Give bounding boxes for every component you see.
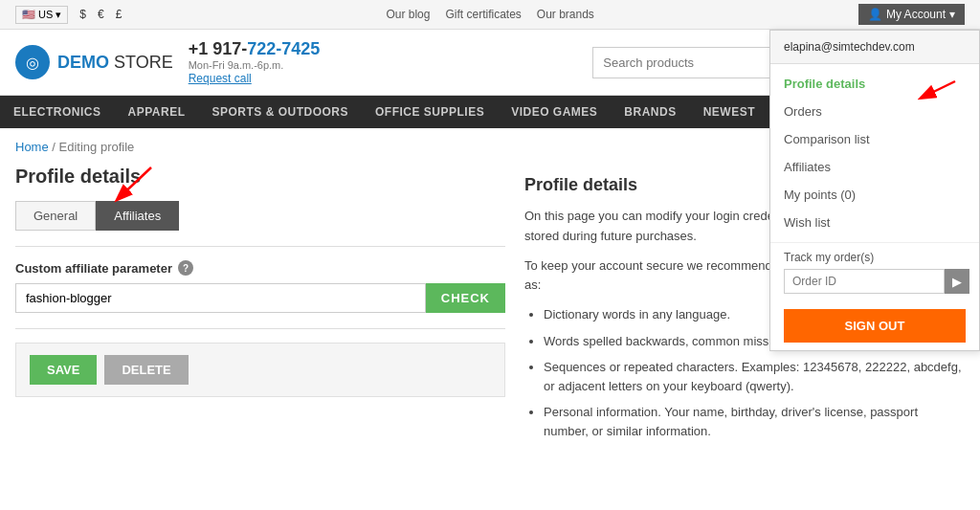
brands-link[interactable]: Our brands <box>537 8 594 21</box>
phone-number: +1 917-722-7425 <box>189 39 578 59</box>
user-icon: 👤 <box>868 8 882 21</box>
breadcrumb-separator: / <box>52 140 56 154</box>
breadcrumb-home[interactable]: Home <box>15 140 49 154</box>
my-account-label: My Account <box>886 8 946 21</box>
dropdown-profile-details[interactable]: Profile details <box>770 70 979 98</box>
section-label-text: Custom affiliate parameter <box>15 261 172 276</box>
check-button[interactable]: CHECK <box>426 283 505 313</box>
logo-icon: ◎ <box>15 45 50 79</box>
track-order-input[interactable] <box>784 269 945 294</box>
track-order-label: Track my order(s) <box>784 251 966 264</box>
logo: ◎ DEMO STORE <box>15 45 173 79</box>
top-bar-left: 🇺🇸 US ▾ $ € £ <box>15 6 122 24</box>
breadcrumb-current: Editing profile <box>59 140 135 154</box>
dropdown-wish-list[interactable]: Wish list <box>770 209 979 236</box>
list-item-3: Sequences or repeated characters. Exampl… <box>544 358 965 395</box>
gift-certificates-link[interactable]: Gift certificates <box>445 8 521 21</box>
nav-apparel[interactable]: APPAREL <box>115 96 199 128</box>
dropdown-email: elapina@simtechdev.com <box>770 31 979 64</box>
flag-button[interactable]: 🇺🇸 US ▾ <box>15 6 68 24</box>
nav-newest[interactable]: NEWEST <box>690 96 768 128</box>
info-icon[interactable]: ? <box>178 260 193 276</box>
tab-affiliates[interactable]: Affiliates <box>96 201 179 231</box>
list-item-4: Personal information. Your name, birthda… <box>544 403 965 440</box>
nav-electronics[interactable]: ELECTRONICS <box>0 96 115 128</box>
save-button[interactable]: SAVE <box>30 355 97 385</box>
blog-link[interactable]: Our blog <box>386 8 430 21</box>
top-bar: 🇺🇸 US ▾ $ € £ Our blog Gift certificates… <box>0 0 980 30</box>
track-order-input-row: ▶ <box>784 269 966 294</box>
my-account-top-button[interactable]: 👤 My Account ▾ <box>858 4 965 25</box>
phone-highlight: 722-7425 <box>247 39 320 58</box>
section-label: Custom affiliate parameter ? <box>15 260 505 276</box>
dropdown-comparison-list[interactable]: Comparison list <box>770 125 979 153</box>
top-bar-links: Our blog Gift certificates Our brands <box>386 8 593 21</box>
sign-out-button[interactable]: SIGN OUT <box>784 309 966 343</box>
delete-button[interactable]: DELETE <box>104 355 188 385</box>
action-bar: SAVE DELETE <box>15 343 505 397</box>
track-order-button[interactable]: ▶ <box>945 269 969 294</box>
action-divider <box>15 328 505 329</box>
logo-demo: DEMO <box>57 53 109 72</box>
business-hours: Mon-Fri 9a.m.-6p.m. <box>189 59 578 71</box>
currency-gbp[interactable]: £ <box>116 8 122 21</box>
dropdown-affiliates[interactable]: Affiliates <box>770 153 979 181</box>
dropdown-items: Profile details Orders Comparison list A… <box>770 64 979 242</box>
flag-label: US <box>38 9 53 20</box>
logo-text: DEMO STORE <box>57 53 173 73</box>
contact-info: +1 917-722-7425 Mon-Fri 9a.m.-6p.m. Requ… <box>189 39 578 85</box>
track-order-section: Track my order(s) ▶ <box>770 242 979 301</box>
nav-office-supplies[interactable]: OFFICE SUPPLIES <box>362 96 498 128</box>
dropdown-orders[interactable]: Orders <box>770 98 979 125</box>
tabs-wrapper: General Affiliates <box>15 201 179 246</box>
account-dropdown: elapina@simtechdev.com Profile details O… <box>769 30 980 351</box>
left-panel: Profile details General Affiliates Custo… <box>15 166 505 448</box>
header: ◎ DEMO STORE +1 917-722-7425 Mon-Fri 9a.… <box>0 30 980 96</box>
tab-general[interactable]: General <box>15 201 96 231</box>
dropdown-my-points[interactable]: My points (0) <box>770 181 979 209</box>
nav-video-games[interactable]: VIDEO GAMES <box>498 96 611 128</box>
affiliate-parameter-input[interactable] <box>15 283 426 313</box>
page-title: Profile details <box>15 166 505 188</box>
logo-store: STORE <box>114 53 173 72</box>
request-call-link[interactable]: Request call <box>189 72 252 85</box>
currency-usd[interactable]: $ <box>79 8 86 21</box>
nav-brands[interactable]: BRANDS <box>611 96 689 128</box>
profile-tabs: General Affiliates <box>15 201 179 231</box>
currency-eur[interactable]: € <box>98 8 104 21</box>
nav-sports-outdoors[interactable]: SPORTS & OUTDOORS <box>198 96 362 128</box>
arrow-right-icon: ▶ <box>952 275 962 289</box>
form-divider <box>15 246 505 247</box>
affiliate-input-row: CHECK <box>15 283 505 313</box>
